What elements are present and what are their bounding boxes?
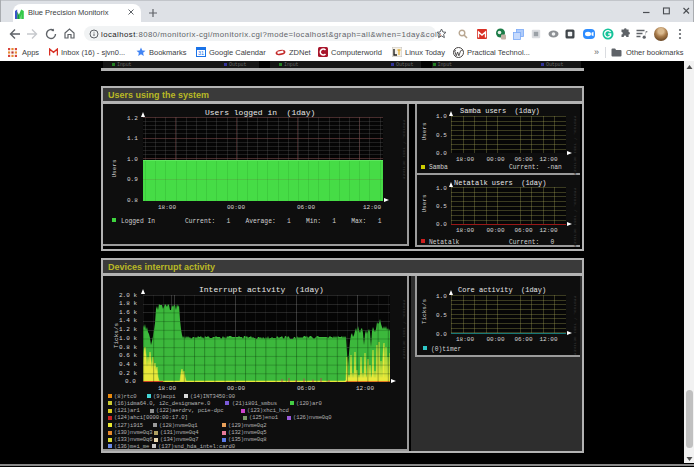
svg-text:31: 31 (198, 50, 204, 56)
